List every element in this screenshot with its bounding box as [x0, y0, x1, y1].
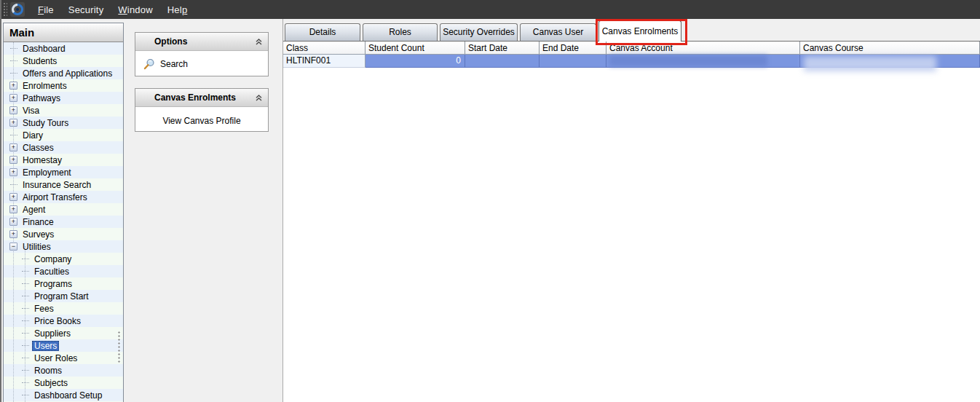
sidebar-item-subjects[interactable]: Subjects	[4, 377, 123, 389]
expand-icon[interactable]: +	[9, 156, 17, 164]
column-header-end-date[interactable]: End Date	[540, 42, 606, 54]
navigation-tree: Dashboard Students Offers and Applicatio…	[4, 42, 123, 402]
expand-icon[interactable]: +	[9, 218, 17, 226]
sidebar-item-enrolments[interactable]: +Enrolments	[4, 79, 123, 92]
sidebar-item-offers-and-applications[interactable]: Offers and Applications	[4, 67, 123, 79]
column-header-start-date[interactable]: Start Date	[465, 42, 540, 54]
sidebar-item-diary[interactable]: Diary	[4, 129, 123, 141]
tab-details[interactable]: Details	[285, 23, 360, 41]
chevron-double-up-icon[interactable]	[255, 38, 263, 46]
options-panel-title: Options	[135, 36, 187, 47]
expand-icon[interactable]: +	[9, 193, 17, 201]
options-panel-header: Options	[135, 33, 268, 51]
application-window: File Security Window Help Main Dashboard…	[0, 0, 980, 402]
tab-strip: Details Roles Security Overrides Canvas …	[283, 19, 980, 41]
canvas-panel-header: Canvas Enrolments	[135, 89, 268, 107]
sidebar-item-agent[interactable]: +Agent	[4, 203, 123, 216]
column-header-canvas-account[interactable]: Canvas Account	[606, 42, 800, 54]
sidebar-title: Main	[4, 23, 123, 42]
menu-window[interactable]: Window	[111, 1, 159, 18]
sidebar-item-finance[interactable]: +Finance	[4, 216, 123, 228]
menu-bar: File Security Window Help	[1, 0, 980, 19]
tab-canvas-enrolments-active[interactable]: Canvas Enrolments	[598, 20, 681, 42]
expand-icon[interactable]: +	[9, 143, 17, 151]
sidebar-item-suppliers[interactable]: Suppliers	[4, 327, 123, 339]
search-icon	[143, 58, 155, 70]
table-row-selected[interactable]: HLTINF001 0	[283, 55, 980, 68]
detail-area: Details Roles Security Overrides Canvas …	[282, 19, 980, 402]
options-panel: Options Search	[135, 32, 269, 76]
sidebar-item-dashboard-setup[interactable]: Dashboard Setup	[4, 389, 123, 401]
cell-student-count: 0	[365, 55, 465, 68]
collapse-icon[interactable]: −	[9, 243, 17, 251]
column-header-student-count[interactable]: Student Count	[365, 42, 465, 54]
menu-file[interactable]: File	[31, 1, 61, 18]
expand-icon[interactable]: +	[9, 168, 17, 176]
view-canvas-profile-action[interactable]: View Canvas Profile	[135, 107, 268, 126]
expand-icon[interactable]: +	[9, 106, 17, 114]
tab-roles[interactable]: Roles	[363, 23, 438, 41]
sidebar-item-programs[interactable]: Programs	[4, 277, 123, 290]
sidebar-item-price-books[interactable]: Price Books	[4, 315, 123, 327]
sidebar-item-company[interactable]: Company	[4, 253, 123, 265]
view-canvas-profile-label: View Canvas Profile	[162, 116, 240, 126]
cell-canvas-account	[606, 55, 800, 68]
tab-canvas-user[interactable]: Canvas User	[520, 23, 596, 41]
table-header-row: Class Student Count Start Date End Date …	[283, 41, 980, 55]
tab-security-overrides[interactable]: Security Overrides	[440, 23, 518, 41]
cell-end-date	[540, 55, 606, 68]
sidebar-item-dashboard[interactable]: Dashboard	[4, 42, 123, 55]
splitter-grip[interactable]	[118, 331, 120, 364]
search-action[interactable]: Search	[135, 51, 268, 70]
expand-icon[interactable]: +	[9, 94, 17, 102]
expand-icon[interactable]: +	[9, 230, 17, 238]
sidebar-item-visa[interactable]: +Visa	[4, 104, 123, 117]
toolbar-grip-handle[interactable]	[3, 2, 7, 17]
expand-icon[interactable]: +	[9, 119, 17, 127]
cell-start-date	[465, 55, 540, 68]
sidebar-item-fees[interactable]: Fees	[4, 302, 123, 315]
app-logo-glyph	[12, 4, 23, 15]
sidebar-item-airport-transfers[interactable]: +Airport Transfers	[4, 191, 123, 203]
chevron-double-up-icon[interactable]	[255, 94, 263, 102]
sidebar-item-user-roles[interactable]: User Roles	[4, 352, 123, 364]
app-logo-icon[interactable]	[10, 2, 25, 17]
search-label: Search	[160, 59, 188, 69]
workspace: Main Dashboard Students Offers and Appli…	[1, 19, 980, 402]
sidebar-item-utilities[interactable]: −Utilities	[4, 240, 123, 253]
sidebar-item-classes[interactable]: +Classes	[4, 141, 123, 154]
menu-help[interactable]: Help	[160, 1, 195, 18]
sidebar-main: Main Dashboard Students Offers and Appli…	[3, 23, 124, 402]
menu-security[interactable]: Security	[61, 1, 111, 18]
cell-canvas-course	[800, 55, 980, 68]
cell-class: HLTINF001	[283, 55, 365, 68]
sidebar-item-study-tours[interactable]: +Study Tours	[4, 117, 123, 129]
enrolments-table: Class Student Count Start Date End Date …	[283, 41, 980, 68]
expand-icon[interactable]: +	[9, 205, 17, 213]
sidebar-item-users-selected[interactable]: Users	[4, 339, 123, 352]
sidebar-item-students[interactable]: Students	[4, 55, 123, 67]
expand-icon[interactable]: +	[9, 82, 17, 90]
task-panel-column: Options Search	[125, 19, 282, 402]
sidebar-item-surveys[interactable]: +Surveys	[4, 228, 123, 240]
sidebar-item-rooms[interactable]: Rooms	[4, 364, 123, 377]
sidebar-item-faculties[interactable]: Faculties	[4, 265, 123, 277]
canvas-panel-title: Canvas Enrolments	[135, 92, 236, 103]
redacted-blur-canvas-course	[804, 56, 936, 71]
column-header-class[interactable]: Class	[283, 42, 365, 54]
canvas-enrolments-panel: Canvas Enrolments View Canvas Profile	[135, 88, 269, 132]
column-header-canvas-course[interactable]: Canvas Course	[800, 42, 980, 54]
sidebar-item-program-start[interactable]: Program Start	[4, 290, 123, 302]
redacted-blur-canvas-account	[609, 55, 767, 66]
sidebar-item-pathways[interactable]: +Pathways	[4, 92, 123, 104]
sidebar-item-insurance-search[interactable]: Insurance Search	[4, 178, 123, 191]
sidebar-item-employment[interactable]: +Employment	[4, 166, 123, 178]
sidebar-item-homestay[interactable]: +Homestay	[4, 154, 123, 166]
